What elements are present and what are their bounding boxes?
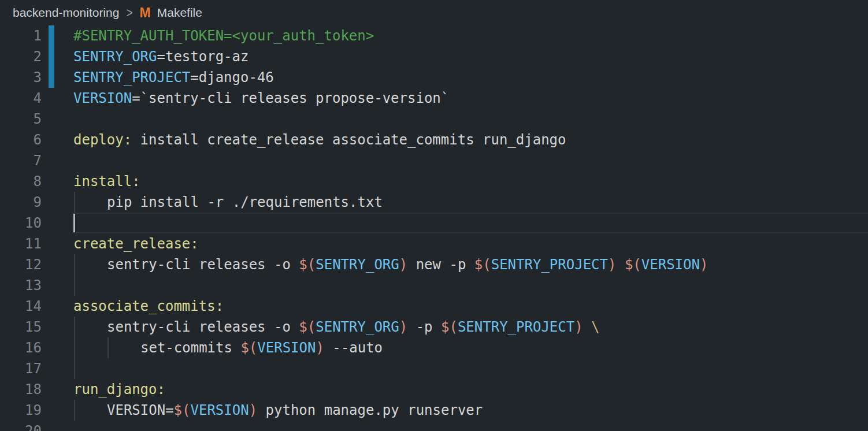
line-content[interactable] xyxy=(73,109,868,129)
line-content[interactable]: associate_commits: xyxy=(73,296,868,317)
line-number[interactable]: 16 xyxy=(0,337,42,358)
code-line[interactable]: 3SENTRY_PROJECT=django-46 xyxy=(0,67,868,88)
token-plain: set-commits xyxy=(140,340,240,356)
code-line[interactable]: 2SENTRY_ORG=testorg-az xyxy=(0,46,868,67)
token-punct: $( xyxy=(474,257,491,273)
code-line[interactable]: 6deploy: install create_release associat… xyxy=(0,129,868,150)
line-content[interactable]: VERSION=$(VERSION) python manage.py runs… xyxy=(73,400,868,421)
indent-guide xyxy=(74,275,75,296)
gutter-marker-column xyxy=(42,171,73,192)
code-line[interactable]: 13 xyxy=(0,275,868,296)
token-target: install: xyxy=(73,173,140,190)
indent-guide xyxy=(74,358,75,379)
code-line[interactable]: 8install: xyxy=(0,171,868,192)
code-line[interactable]: 16set-commits $(VERSION) --auto xyxy=(0,337,868,358)
token-punct: ) xyxy=(574,319,583,335)
gutter-marker-column xyxy=(42,109,73,129)
code-line[interactable]: 12sentry-cli releases -o $(SENTRY_ORG) n… xyxy=(0,254,868,275)
breadcrumb-file[interactable]: Makefile xyxy=(157,6,202,20)
code-line[interactable]: 14associate_commits: xyxy=(0,296,868,317)
line-content[interactable]: set-commits $(VERSION) --auto xyxy=(73,337,868,358)
line-content[interactable]: sentry-cli releases -o $(SENTRY_ORG) -p … xyxy=(73,317,868,337)
line-content[interactable]: pip install -r ./requirements.txt xyxy=(73,192,868,213)
line-number[interactable]: 13 xyxy=(0,275,42,296)
token-var: VERSION xyxy=(73,90,132,106)
token-var: VERSION xyxy=(641,257,700,273)
line-content[interactable] xyxy=(73,421,868,431)
modified-lines-indicator xyxy=(49,25,54,46)
indent-guide xyxy=(74,400,75,421)
line-number[interactable]: 18 xyxy=(0,379,42,400)
code-text: sentry-cli releases -o $(SENTRY_ORG) -p … xyxy=(73,317,600,337)
token-var: VERSION xyxy=(257,340,316,356)
line-content[interactable] xyxy=(73,358,868,379)
code-line[interactable]: 9pip install -r ./requirements.txt xyxy=(0,192,868,213)
line-content[interactable]: create_release: xyxy=(73,233,868,254)
line-number[interactable]: 20 xyxy=(0,421,42,431)
line-number[interactable]: 8 xyxy=(0,171,42,192)
indent-guide xyxy=(74,337,75,358)
code-editor: backend-monitoring > M Makefile 1#SENTRY… xyxy=(0,0,868,431)
token-punct: $( xyxy=(625,257,641,273)
line-content[interactable]: #SENTRY_AUTH_TOKEN=<your_auth_token> xyxy=(73,25,868,46)
line-number[interactable]: 6 xyxy=(0,129,42,150)
code-line[interactable]: 15sentry-cli releases -o $(SENTRY_ORG) -… xyxy=(0,317,868,337)
line-number[interactable]: 11 xyxy=(0,233,42,254)
line-number[interactable]: 17 xyxy=(0,358,42,379)
line-content[interactable] xyxy=(73,275,868,296)
line-content[interactable] xyxy=(73,213,868,233)
code-line[interactable]: 11create_release: xyxy=(0,233,868,254)
line-number[interactable]: 4 xyxy=(0,88,42,109)
gutter-marker-column xyxy=(42,67,73,88)
code-line[interactable]: 7 xyxy=(0,150,868,171)
gutter-marker-column xyxy=(42,421,73,431)
line-number[interactable]: 12 xyxy=(0,254,42,275)
token-plain: --auto xyxy=(324,340,383,356)
line-content[interactable] xyxy=(73,150,868,171)
line-content[interactable]: deploy: install create_release associate… xyxy=(73,129,868,150)
code-line[interactable]: 19VERSION=$(VERSION) python manage.py ru… xyxy=(0,400,868,421)
code-line[interactable]: 5 xyxy=(0,109,868,129)
line-content[interactable]: VERSION=`sentry-cli releases propose-ver… xyxy=(73,88,868,109)
code-text: SENTRY_ORG=testorg-az xyxy=(73,46,248,67)
code-text: SENTRY_PROJECT=django-46 xyxy=(73,67,274,88)
line-number[interactable]: 19 xyxy=(0,400,42,421)
token-var: SENTRY_ORG xyxy=(316,257,399,273)
line-content[interactable]: SENTRY_ORG=testorg-az xyxy=(73,46,868,67)
line-number[interactable]: 15 xyxy=(0,317,42,337)
line-number[interactable]: 7 xyxy=(0,150,42,171)
line-content[interactable]: install: xyxy=(73,171,868,192)
line-number[interactable]: 3 xyxy=(0,67,42,88)
code-area[interactable]: 1#SENTRY_AUTH_TOKEN=<your_auth_token>2SE… xyxy=(0,25,868,431)
line-number[interactable]: 14 xyxy=(0,296,42,317)
code-text: pip install -r ./requirements.txt xyxy=(73,192,383,213)
line-number[interactable]: 2 xyxy=(0,46,42,67)
line-number[interactable]: 9 xyxy=(0,192,42,213)
line-number[interactable]: 5 xyxy=(0,109,42,129)
token-plain: -p xyxy=(407,319,441,335)
code-text: VERSION=`sentry-cli releases propose-ver… xyxy=(73,88,449,109)
code-text: set-commits $(VERSION) --auto xyxy=(73,337,383,358)
code-text: associate_commits: xyxy=(73,296,224,317)
line-number[interactable]: 1 xyxy=(0,25,42,46)
token-target: associate_commits: xyxy=(73,298,224,314)
token-punct: $( xyxy=(299,257,316,273)
code-line[interactable]: 4VERSION=`sentry-cli releases propose-ve… xyxy=(0,88,868,109)
line-number[interactable]: 10 xyxy=(0,213,42,233)
gutter-marker-column xyxy=(42,129,73,150)
code-line[interactable]: 17 xyxy=(0,358,868,379)
code-line[interactable]: 18run_django: xyxy=(0,379,868,400)
indent-guide xyxy=(74,254,75,275)
line-content[interactable]: sentry-cli releases -o $(SENTRY_ORG) new… xyxy=(73,254,868,275)
chevron-right-icon: > xyxy=(126,5,132,21)
code-line[interactable]: 20 xyxy=(0,421,868,431)
code-line[interactable]: 1#SENTRY_AUTH_TOKEN=<your_auth_token> xyxy=(0,25,868,46)
code-text: create_release: xyxy=(73,233,199,254)
token-punct: $( xyxy=(441,319,458,335)
breadcrumb-folder[interactable]: backend-monitoring xyxy=(13,6,119,20)
line-content[interactable]: run_django: xyxy=(73,379,868,400)
code-line[interactable]: 10 xyxy=(0,213,868,233)
modified-lines-indicator xyxy=(49,46,54,67)
line-content[interactable]: SENTRY_PROJECT=django-46 xyxy=(73,67,868,88)
token-punct: $( xyxy=(299,319,316,335)
